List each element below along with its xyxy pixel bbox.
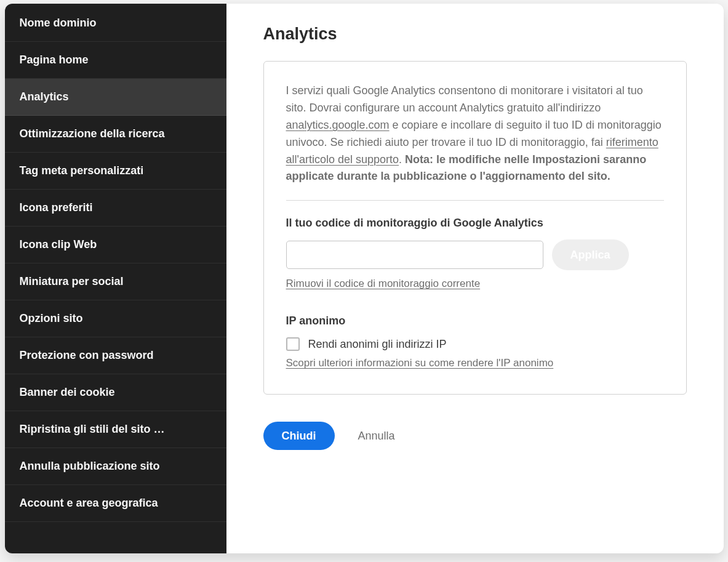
sidebar-item-domain-name[interactable]: Nome dominio xyxy=(5,5,226,42)
desc-text-1: I servizi quali Google Analytics consent… xyxy=(286,84,643,114)
anonymize-ip-row: Rendi anonimi gli indirizzi IP xyxy=(286,337,664,351)
tracking-code-input[interactable] xyxy=(286,241,543,269)
anonymous-ip-title: IP anonimo xyxy=(286,315,664,327)
sidebar-item-site-options[interactable]: Opzioni sito xyxy=(5,300,226,337)
desc-text-3: . xyxy=(399,153,405,166)
tracking-code-label: Il tuo codice di monitoraggio di Google … xyxy=(286,217,664,230)
anonymous-ip-section: IP anonimo Rendi anonimi gli indirizzi I… xyxy=(286,315,664,369)
main-content: Analytics I servizi quali Google Analyti… xyxy=(226,4,724,553)
page-title: Analytics xyxy=(263,25,687,44)
cancel-button[interactable]: Annulla xyxy=(358,430,395,443)
sidebar-item-account-region[interactable]: Account e area geografica xyxy=(5,485,226,522)
sidebar-item-unpublish-site[interactable]: Annulla pubblicazione sito xyxy=(5,448,226,485)
settings-dialog: Nome dominio Pagina home Analytics Ottim… xyxy=(5,4,724,553)
sidebar-item-search-optimization[interactable]: Ottimizzazione della ricerca xyxy=(5,116,226,153)
sidebar-item-cookie-banner[interactable]: Banner dei cookie xyxy=(5,374,226,411)
anonymize-ip-label: Rendi anonimi gli indirizzi IP xyxy=(308,338,447,351)
analytics-google-link[interactable]: analytics.google.com xyxy=(286,119,390,131)
sidebar-item-custom-meta-tags[interactable]: Tag meta personalizzati xyxy=(5,153,226,190)
apply-button[interactable]: Applica xyxy=(552,239,629,270)
settings-sidebar: Nome dominio Pagina home Analytics Ottim… xyxy=(5,4,226,553)
panel-divider xyxy=(286,200,664,201)
sidebar-item-analytics[interactable]: Analytics xyxy=(5,79,226,116)
analytics-description: I servizi quali Google Analytics consent… xyxy=(286,82,664,185)
sidebar-item-social-thumbnail[interactable]: Miniatura per social xyxy=(5,263,226,300)
sidebar-item-password-protection[interactable]: Protezione con password xyxy=(5,337,226,374)
sidebar-item-reset-site-styles[interactable]: Ripristina gli stili del sito … xyxy=(5,411,226,448)
close-button[interactable]: Chiudi xyxy=(263,422,335,450)
sidebar-item-favicon[interactable]: Icona preferiti xyxy=(5,190,226,227)
tracking-code-row: Applica xyxy=(286,239,664,270)
remove-tracking-code-link[interactable]: Rimuovi il codice di monitoraggio corren… xyxy=(286,278,481,290)
analytics-panel: I servizi quali Google Analytics consent… xyxy=(263,61,687,395)
sidebar-item-web-clip-icon[interactable]: Icona clip Web xyxy=(5,227,226,263)
dialog-footer: Chiudi Annulla xyxy=(263,422,687,450)
anonymize-ip-checkbox[interactable] xyxy=(286,337,300,351)
anonymize-learn-more-link[interactable]: Scopri ulteriori informazioni su come re… xyxy=(286,357,554,369)
sidebar-item-home-page[interactable]: Pagina home xyxy=(5,42,226,79)
